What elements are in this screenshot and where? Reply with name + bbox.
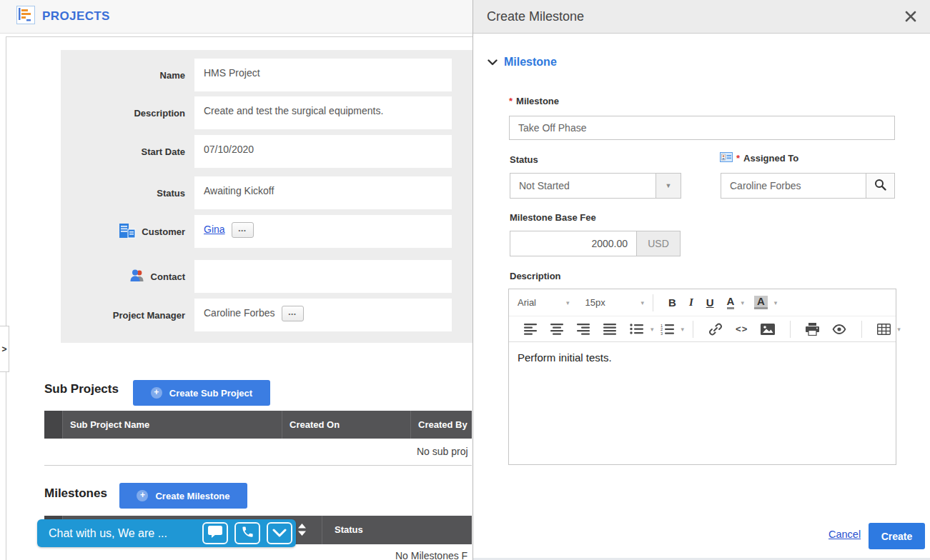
plus-icon: + bbox=[151, 387, 162, 399]
create-milestone-button[interactable]: + Create Milestone bbox=[119, 483, 247, 509]
chat-call-button[interactable] bbox=[234, 522, 260, 544]
highlight-color-button[interactable]: A bbox=[754, 296, 768, 309]
chevron-down-icon[interactable]: ▾ bbox=[774, 299, 778, 306]
customer-link[interactable]: Gina bbox=[204, 224, 225, 235]
project-form: Name HMS Project Description Create and … bbox=[61, 50, 473, 343]
sub-projects-heading: Sub Projects bbox=[44, 382, 119, 396]
print-icon[interactable] bbox=[806, 323, 819, 336]
page-title: PROJECTS bbox=[42, 9, 110, 24]
numbered-list-icon[interactable]: 123 bbox=[661, 324, 675, 335]
align-right-icon[interactable] bbox=[577, 324, 590, 335]
preview-eye-icon[interactable] bbox=[832, 324, 846, 334]
project-manager-label: Project Manager bbox=[61, 299, 194, 331]
chevron-down-icon[interactable]: ▾ bbox=[566, 299, 570, 306]
status-label: Status bbox=[61, 176, 194, 209]
font-family-select[interactable]: Arial bbox=[518, 297, 566, 308]
description-input[interactable]: Create and test the surgical equipments. bbox=[194, 96, 452, 129]
assigned-to-label-text: Assigned To bbox=[743, 153, 798, 164]
name-value: HMS Project bbox=[204, 67, 260, 79]
create-button[interactable]: Create bbox=[869, 523, 925, 549]
bullet-list-icon[interactable] bbox=[630, 324, 644, 334]
toolbar-divider bbox=[693, 321, 693, 338]
search-icon bbox=[874, 179, 886, 193]
base-fee-input[interactable]: 2000.00 bbox=[510, 231, 637, 256]
assigned-to-input[interactable]: Caroline Forbes bbox=[721, 173, 895, 199]
customer-input: Gina ••• bbox=[194, 215, 452, 248]
projects-page: PROJECTS Name HMS Project Description Cr… bbox=[0, 0, 473, 560]
sort-icon[interactable] bbox=[298, 524, 306, 539]
start-date-input[interactable]: 07/10/2020 bbox=[194, 135, 452, 168]
start-date-value: 07/10/2020 bbox=[204, 144, 254, 155]
description-label: Description bbox=[61, 96, 194, 129]
panel-title: Create Milestone bbox=[487, 9, 584, 24]
column-divider bbox=[322, 516, 322, 544]
chevron-down-icon[interactable]: ▾ bbox=[741, 299, 744, 306]
base-fee-field-label: Milestone Base Fee bbox=[510, 212, 596, 223]
name-input[interactable]: HMS Project bbox=[194, 59, 452, 91]
align-left-icon[interactable] bbox=[524, 324, 538, 335]
assigned-to-lookup-button[interactable] bbox=[866, 174, 894, 198]
bold-button[interactable]: B bbox=[668, 296, 676, 309]
milestone-field-label: * Milestone bbox=[509, 96, 559, 106]
base-fee-label-text: Milestone Base Fee bbox=[510, 212, 596, 223]
chevron-down-icon[interactable]: ▾ bbox=[650, 326, 654, 333]
sidebar-collapse-tab[interactable]: > bbox=[0, 326, 9, 372]
sub-projects-table: Sub Project Name Created On Created By N… bbox=[44, 411, 472, 466]
form-row-name: Name HMS Project bbox=[61, 59, 473, 91]
status-input[interactable]: Awaiting Kickoff bbox=[194, 176, 452, 209]
customer-more-button[interactable]: ••• bbox=[232, 222, 254, 238]
contact-label: Contact bbox=[61, 260, 194, 293]
insert-link-icon[interactable] bbox=[708, 322, 723, 336]
assigned-to-field-label: * Assigned To bbox=[720, 152, 798, 164]
font-color-button[interactable]: A bbox=[727, 296, 735, 309]
close-icon[interactable] bbox=[905, 11, 916, 22]
description-value: Create and test the surgical equipments. bbox=[204, 105, 383, 116]
milestone-field-label-text: Milestone bbox=[516, 96, 559, 106]
align-center-icon[interactable] bbox=[550, 324, 564, 335]
section-chevron-icon bbox=[488, 56, 498, 69]
editor-toolbar-row2: ▾ 123 ▾ <> bbox=[509, 316, 896, 342]
italic-button[interactable]: I bbox=[689, 296, 693, 309]
underline-button[interactable]: U bbox=[706, 296, 714, 309]
status-field-label: Status bbox=[510, 154, 538, 165]
chevron-down-icon[interactable]: ▾ bbox=[641, 299, 645, 306]
panel-header: Create Milestone bbox=[473, 0, 930, 34]
contact-input[interactable] bbox=[194, 260, 452, 293]
required-asterisk: * bbox=[736, 153, 740, 164]
chat-minimize-button[interactable] bbox=[267, 522, 292, 544]
toolbar-divider bbox=[790, 321, 791, 338]
editor-toolbar-row1: Arial ▾ 15px ▾ B I U A ▾ A ▾ bbox=[509, 289, 896, 316]
insert-table-icon[interactable] bbox=[877, 324, 891, 335]
project-manager-more-button[interactable]: ••• bbox=[282, 306, 304, 321]
milestone-name-input[interactable]: Take Off Phase bbox=[509, 116, 895, 140]
name-label: Name bbox=[61, 59, 194, 91]
chevron-down-icon[interactable]: ▾ bbox=[897, 326, 901, 333]
insert-image-icon[interactable] bbox=[761, 324, 775, 335]
building-icon bbox=[119, 223, 136, 241]
status-select-value: Not Started bbox=[519, 180, 570, 191]
code-view-icon[interactable]: <> bbox=[736, 324, 748, 334]
align-justify-icon[interactable] bbox=[603, 324, 617, 335]
status-select[interactable]: Not Started ▼ bbox=[510, 173, 681, 199]
create-sub-project-button[interactable]: + Create Sub Project bbox=[133, 380, 270, 406]
sub-projects-table-header: Sub Project Name Created On Created By bbox=[44, 411, 472, 439]
toolbar-divider bbox=[653, 294, 653, 311]
form-row-contact: Contact bbox=[61, 260, 473, 293]
column-created-on: Created On bbox=[282, 411, 411, 439]
create-milestone-panel: Create Milestone Milestone * Milestone T… bbox=[473, 0, 930, 560]
font-size-select[interactable]: 15px bbox=[585, 297, 621, 308]
contact-person-icon bbox=[129, 269, 145, 284]
description-editor-area[interactable]: Perform initial tests. bbox=[509, 342, 896, 464]
currency-badge: USD bbox=[637, 231, 681, 256]
select-caret-icon[interactable]: ▼ bbox=[656, 174, 681, 198]
chat-bubble-button[interactable] bbox=[202, 522, 228, 544]
milestone-section-toggle[interactable]: Milestone bbox=[488, 56, 557, 69]
form-row-description: Description Create and test the surgical… bbox=[61, 96, 473, 129]
contact-card-icon bbox=[720, 152, 733, 164]
column-sub-project-name: Sub Project Name bbox=[63, 411, 282, 439]
base-fee-value: 2000.00 bbox=[591, 238, 628, 249]
chevron-down-icon[interactable]: ▾ bbox=[681, 326, 685, 333]
contact-label-text: Contact bbox=[151, 271, 185, 282]
svg-text:3: 3 bbox=[661, 331, 663, 334]
cancel-button[interactable]: Cancel bbox=[828, 529, 861, 540]
